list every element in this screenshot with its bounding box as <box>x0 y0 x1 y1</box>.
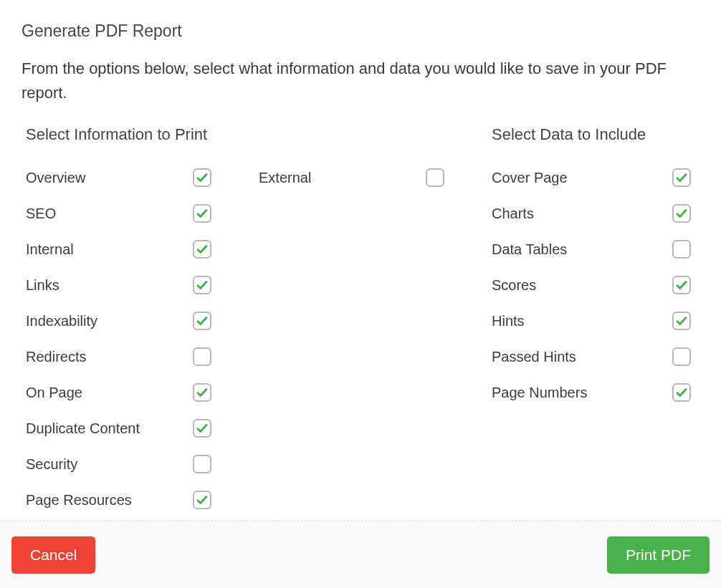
checkbox-row-internal: Internal <box>22 231 254 267</box>
checkbox-row-hints: Hints <box>487 303 699 339</box>
checkbox-row-page-numbers: Page Numbers <box>487 375 699 410</box>
checkbox-label-cover-page: Cover Page <box>492 170 659 186</box>
checkbox-label-security: Security <box>26 456 180 473</box>
checkbox-seo[interactable] <box>193 204 211 223</box>
checkbox-cover-page[interactable] <box>672 168 691 187</box>
checkbox-security[interactable] <box>193 455 211 473</box>
info-col1: OverviewSEOInternalLinksIndexabilityRedi… <box>22 160 254 518</box>
checkbox-indexability[interactable] <box>193 312 211 330</box>
checkbox-label-internal: Internal <box>26 241 180 258</box>
info-col2: External <box>254 160 487 518</box>
checkbox-label-page-resources: Page Resources <box>26 492 180 509</box>
cancel-button[interactable]: Cancel <box>11 536 95 574</box>
checkbox-row-seo: SEO <box>22 196 254 231</box>
checkbox-scores[interactable] <box>672 276 691 294</box>
dialog-description: From the options below, select what info… <box>22 57 699 105</box>
checkbox-row-external: External <box>254 160 487 196</box>
checkbox-label-scores: Scores <box>492 277 659 294</box>
checkbox-row-duplicate-content: Duplicate Content <box>22 410 254 446</box>
checkbox-label-overview: Overview <box>26 170 180 186</box>
checkbox-row-page-resources: Page Resources <box>22 482 254 518</box>
checkbox-row-scores: Scores <box>487 267 699 303</box>
checkbox-internal[interactable] <box>193 240 211 259</box>
checkbox-label-hints: Hints <box>492 313 659 329</box>
data-column: Select Data to Include Cover PageChartsD… <box>487 125 699 518</box>
checkbox-external[interactable] <box>426 168 444 187</box>
checkbox-data-tables[interactable] <box>672 240 691 259</box>
checkbox-passed-hints[interactable] <box>672 347 691 366</box>
checkbox-label-passed-hints: Passed Hints <box>492 349 659 365</box>
checkbox-overview[interactable] <box>193 168 211 187</box>
info-checkbox-columns: OverviewSEOInternalLinksIndexabilityRedi… <box>22 160 487 518</box>
checkbox-label-indexability: Indexability <box>26 313 180 329</box>
checkbox-row-overview: Overview <box>22 160 254 196</box>
checkbox-row-cover-page: Cover Page <box>487 160 699 196</box>
checkbox-label-on-page: On Page <box>26 385 180 401</box>
checkbox-label-links: Links <box>26 277 180 294</box>
checkbox-row-indexability: Indexability <box>22 303 254 339</box>
checkbox-duplicate-content[interactable] <box>193 419 211 438</box>
dialog-content: Generate PDF Report From the options bel… <box>0 0 721 529</box>
checkbox-row-data-tables: Data Tables <box>487 231 699 267</box>
checkbox-row-links: Links <box>22 267 254 303</box>
info-column-title: Select Information to Print <box>22 125 487 144</box>
print-pdf-button[interactable]: Print PDF <box>607 536 710 574</box>
dialog-footer: Cancel Print PDF <box>0 521 721 588</box>
checkbox-page-numbers[interactable] <box>672 383 691 402</box>
data-column-title: Select Data to Include <box>487 125 699 144</box>
checkbox-label-external: External <box>259 170 413 186</box>
checkbox-page-resources[interactable] <box>193 491 211 509</box>
checkbox-label-seo: SEO <box>26 206 180 222</box>
checkbox-label-duplicate-content: Duplicate Content <box>26 420 180 437</box>
checkbox-label-redirects: Redirects <box>26 349 180 365</box>
checkbox-redirects[interactable] <box>193 347 211 366</box>
dialog-title: Generate PDF Report <box>22 21 699 41</box>
checkbox-label-charts: Charts <box>492 206 659 222</box>
checkbox-links[interactable] <box>193 276 211 294</box>
columns-container: Select Information to Print OverviewSEOI… <box>22 125 699 518</box>
checkbox-on-page[interactable] <box>193 383 211 402</box>
checkbox-label-data-tables: Data Tables <box>492 241 659 258</box>
checkbox-row-charts: Charts <box>487 196 699 231</box>
checkbox-row-on-page: On Page <box>22 375 254 410</box>
checkbox-row-security: Security <box>22 446 254 482</box>
info-column: Select Information to Print OverviewSEOI… <box>22 125 487 518</box>
checkbox-row-redirects: Redirects <box>22 339 254 375</box>
checkbox-hints[interactable] <box>672 312 691 330</box>
checkbox-row-passed-hints: Passed Hints <box>487 339 699 375</box>
data-col: Cover PageChartsData TablesScoresHintsPa… <box>487 160 699 410</box>
checkbox-label-page-numbers: Page Numbers <box>492 385 659 401</box>
checkbox-charts[interactable] <box>672 204 691 223</box>
